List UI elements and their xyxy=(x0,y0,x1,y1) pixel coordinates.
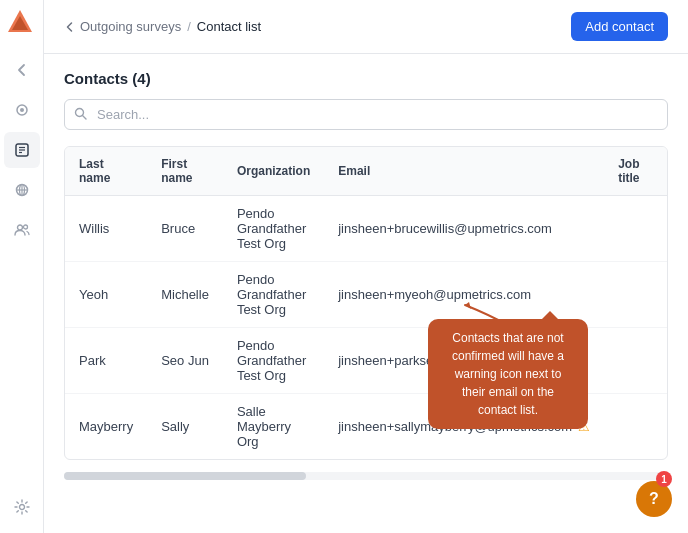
cell-last_name: Willis xyxy=(65,196,147,262)
svg-point-13 xyxy=(23,225,27,229)
more-options-button[interactable]: ⋮ xyxy=(667,218,668,240)
col-organization: Organization xyxy=(223,147,324,196)
cell-job_title xyxy=(604,262,653,328)
contacts-title: Contacts (4) xyxy=(64,70,668,87)
help-badge: 1 xyxy=(656,471,672,487)
svg-line-16 xyxy=(83,115,87,119)
table-header-row: Last name First name Organization Email … xyxy=(65,147,668,196)
surveys-icon[interactable] xyxy=(4,132,40,168)
svg-point-12 xyxy=(17,225,22,230)
cell-email: jinsheen+brucewillis@upmetrics.com xyxy=(324,196,604,262)
sidebar xyxy=(0,0,44,533)
cell-actions: ⋮ xyxy=(653,262,668,328)
breadcrumb: Outgoing surveys / Contact list xyxy=(64,19,261,34)
cell-first_name: Michelle xyxy=(147,262,223,328)
search-icon xyxy=(74,107,87,123)
cell-actions: ⋮ xyxy=(653,328,668,394)
svg-point-3 xyxy=(20,108,24,112)
settings-icon[interactable] xyxy=(4,489,40,525)
col-lastname: Last name xyxy=(65,147,147,196)
cell-first_name: Sally xyxy=(147,394,223,460)
cell-first_name: Seo Jun xyxy=(147,328,223,394)
col-firstname: First name xyxy=(147,147,223,196)
globe-icon[interactable] xyxy=(4,172,40,208)
svg-marker-17 xyxy=(465,302,471,309)
callout-text: Contacts that are not confirmed will hav… xyxy=(452,331,564,417)
more-options-button[interactable]: ⋮ xyxy=(667,416,668,438)
cell-last_name: Park xyxy=(65,328,147,394)
scrollbar-thumb[interactable] xyxy=(64,472,306,480)
main-content: Outgoing surveys / Contact list Add cont… xyxy=(44,0,688,533)
cell-organization: Pendo Grandfather Test Org xyxy=(223,196,324,262)
col-email: Email xyxy=(324,147,604,196)
back-nav-icon[interactable] xyxy=(4,52,40,88)
cell-job_title xyxy=(604,196,653,262)
cell-actions: ⋮ xyxy=(653,394,668,460)
more-options-button[interactable]: ⋮ xyxy=(667,284,668,306)
cell-organization: Pendo Grandfather Test Org xyxy=(223,328,324,394)
cell-job_title xyxy=(604,328,653,394)
cell-actions: ⋮ xyxy=(653,196,668,262)
search-input[interactable] xyxy=(64,99,668,130)
cell-job_title xyxy=(604,394,653,460)
scrollbar-track[interactable] xyxy=(64,472,668,480)
search-container xyxy=(64,99,668,130)
table-row: WillisBrucePendo Grandfather Test Orgjin… xyxy=(65,196,668,262)
cell-organization: Pendo Grandfather Test Org xyxy=(223,262,324,328)
cell-last_name: Mayberry xyxy=(65,394,147,460)
svg-point-14 xyxy=(19,505,24,510)
table-row: YeohMichellePendo Grandfather Test Orgji… xyxy=(65,262,668,328)
home-icon[interactable] xyxy=(4,92,40,128)
people-icon[interactable] xyxy=(4,212,40,248)
col-jobtitle: Job title xyxy=(604,147,653,196)
app-logo xyxy=(6,8,38,40)
breadcrumb-separator: / xyxy=(187,19,191,34)
more-options-button[interactable]: ⋮ xyxy=(667,350,668,372)
cell-organization: Salle Mayberry Org xyxy=(223,394,324,460)
content-area: Contacts (4) Last name First name Organi… xyxy=(44,54,688,533)
cell-first_name: Bruce xyxy=(147,196,223,262)
breadcrumb-current: Contact list xyxy=(197,19,261,34)
col-actions xyxy=(653,147,668,196)
add-contact-button[interactable]: Add contact xyxy=(571,12,668,41)
topbar: Outgoing surveys / Contact list Add cont… xyxy=(44,0,688,54)
cell-last_name: Yeoh xyxy=(65,262,147,328)
breadcrumb-back[interactable]: Outgoing surveys xyxy=(64,19,181,34)
breadcrumb-parent: Outgoing surveys xyxy=(80,19,181,34)
callout-tooltip: Contacts that are not confirmed will hav… xyxy=(428,319,588,429)
